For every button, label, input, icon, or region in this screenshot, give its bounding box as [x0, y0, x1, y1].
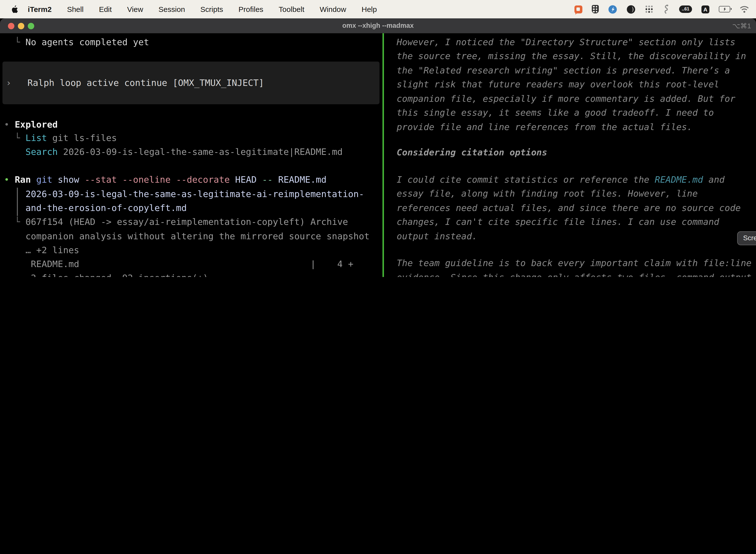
terminal-line: this single essay, it seems like a good …: [386, 106, 714, 120]
terminal-text-segment: [4, 147, 25, 157]
window-shortcut-hint: ⌥⌘1: [732, 18, 751, 33]
cycle-badge-61-icon[interactable]: ..61: [679, 5, 692, 13]
terminal-line: changes, I can't cite specific file line…: [386, 215, 719, 229]
terminal-text-segment: --: [257, 174, 273, 185]
terminal-text-segment: changes, I can't cite specific file line…: [386, 217, 719, 227]
terminal-line: provide file and line references from th…: [386, 120, 692, 134]
terminal-line: README.md | 4 +: [4, 258, 354, 272]
dragon-icon[interactable]: [663, 4, 670, 14]
apple-logo-icon: [10, 5, 18, 14]
terminal-text-segment: 2026-03-09-is-legal-the-same-as-legitima…: [4, 189, 364, 199]
menu-item-scripts[interactable]: Scripts: [200, 5, 223, 13]
terminal-text-segment: output instead.: [386, 231, 477, 241]
terminal-line: I could cite commit statistics or refere…: [386, 173, 725, 187]
terminal-text-segment: show: [52, 174, 79, 185]
terminal-line: • Ran git show --stat --oneline --decora…: [4, 173, 327, 187]
terminal-text-segment: 2 files changed, 92 insertions(+): [4, 273, 208, 277]
terminal-text-segment: git ls-files: [47, 133, 117, 143]
terminal-line: 2026-03-09-is-legal-the-same-as-legitima…: [4, 187, 364, 201]
terminal-text-segment: … +2 lines: [4, 245, 79, 255]
dots-grid-icon[interactable]: [645, 5, 653, 13]
terminal-line: • Explored: [4, 118, 58, 132]
ralph-loop-input[interactable]: › Ralph loop active continue [OMX_TMUX_I…: [2, 62, 379, 104]
terminal-line: └ List git ls-files: [4, 131, 117, 146]
terminal-line: slight risk that future readers may over…: [386, 78, 719, 92]
window-title-bar[interactable]: omx --xhigh --madmax ⌥⌘1: [0, 18, 756, 34]
terminal-text-segment: evidence. Since this change only affects…: [386, 272, 752, 277]
terminal-text-segment: essay file, along with finding root file…: [386, 188, 698, 199]
terminal-line: output instead.: [386, 229, 477, 243]
terminal-line: Considering citation options: [386, 146, 547, 160]
terminal-text-segment: README.md: [273, 174, 327, 185]
terminal-line: companion analysis without altering the …: [4, 229, 370, 243]
menu-item-toolbelt[interactable]: Toolbelt: [279, 5, 304, 13]
menu-item-session[interactable]: Session: [159, 5, 185, 13]
menu-bar: iTerm2ShellEditViewSessionScriptsProfile…: [0, 0, 756, 18]
tmux-left-pane[interactable]: └ No agents completed yet› Ralph loop ac…: [0, 33, 382, 277]
terminal-text-segment: [17, 77, 27, 88]
terminal-line: … +2 lines: [4, 243, 79, 258]
terminal-text-segment: references need actual files, and since …: [386, 203, 741, 213]
terminal-line: the source tree, missing the essay. Stil…: [386, 49, 746, 63]
terminal-text-segment: List: [25, 133, 47, 143]
terminal-text-segment: Considering citation options: [386, 147, 547, 158]
input-source-a-icon[interactable]: A: [701, 5, 709, 13]
terminal-text-segment: companion file, especially if more comme…: [386, 93, 736, 104]
terminal-text-segment: provide file and line references from th…: [386, 122, 692, 132]
screen: iTerm2ShellEditViewSessionScriptsProfile…: [0, 0, 756, 277]
terminal-text-segment: the "Related research writing" section i…: [386, 65, 730, 75]
terminal-text-segment: •: [4, 119, 15, 129]
terminal-text-segment: git: [31, 174, 52, 185]
menu-item-help[interactable]: Help: [362, 5, 377, 13]
terminal-line: The team guideline is to back every impo…: [386, 257, 752, 271]
terminal-line: essay file, along with finding root file…: [386, 187, 698, 201]
terminal-text-segment: 2026-03-09-is-legal-the-same-as-legitima…: [58, 147, 343, 157]
terminal-text-segment: and: [703, 174, 725, 185]
terminal-line: evidence. Since this change only affects…: [386, 271, 752, 277]
menu-status-icons: ..61 A: [574, 0, 749, 18]
terminal-text-segment: •: [4, 174, 15, 185]
wifi-icon[interactable]: [740, 6, 749, 13]
terminal-line: However, I noticed the "Directory Struct…: [386, 35, 736, 49]
terminal-text-segment: slight risk that future readers may over…: [386, 79, 719, 90]
terminal-text-segment: └: [4, 217, 25, 227]
terminal-text-segment: this single essay, it seems like a good …: [386, 107, 714, 118]
terminal-text-segment: 067f154 (HEAD -> essay/ai-reimplementati…: [25, 217, 348, 227]
terminal-line: └ No agents completed yet: [4, 35, 149, 49]
menu-item-iterm2[interactable]: iTerm2: [28, 5, 52, 13]
terminal-text-segment: Ran: [15, 174, 31, 185]
terminal-text-segment: ›: [6, 77, 17, 88]
terminal-line: └ 067f154 (HEAD -> essay/ai-reimplementa…: [4, 215, 348, 229]
menu-items: iTerm2ShellEditViewSessionScriptsProfile…: [28, 5, 377, 13]
terminal-line: companion file, especially if more comme…: [386, 92, 736, 106]
terminal-text-segment: README.md: [655, 174, 703, 185]
terminal-text-segment: Ralph loop active continue [OMX_TMUX_INJ…: [27, 77, 264, 88]
tmux-right-pane[interactable]: However, I noticed the "Directory Struct…: [384, 33, 756, 277]
terminal-text-segment: └: [4, 37, 25, 47]
grid-shield-icon[interactable]: [592, 5, 599, 13]
terminal-line: 2 files changed, 92 insertions(+): [4, 271, 208, 277]
stream-badge-icon[interactable]: [608, 5, 617, 14]
battery-icon[interactable]: [719, 6, 730, 12]
menu-item-view[interactable]: View: [127, 5, 143, 13]
menu-item-profiles[interactable]: Profiles: [239, 5, 263, 13]
terminal-text-segment: └: [4, 133, 25, 143]
terminal-text-segment: HEAD: [230, 174, 256, 185]
terminal-text-segment: Search: [25, 147, 58, 157]
terminal-line: Search 2026-03-09-is-legal-the-same-as-l…: [4, 145, 343, 159]
screen-edge-tooltip[interactable]: Scre: [737, 231, 756, 245]
crescent-app-icon[interactable]: [627, 5, 635, 14]
terminal-text-segment: and-the-erosion-of-copyleft.md: [4, 203, 187, 213]
terminal-text-segment: README.md | 4 +: [4, 259, 354, 269]
window-title: omx --xhigh --madmax: [0, 18, 756, 33]
menu-item-shell[interactable]: Shell: [67, 5, 83, 13]
terminal-area[interactable]: └ No agents completed yet› Ralph loop ac…: [0, 33, 756, 277]
terminal-text-segment: companion analysis without altering the …: [4, 231, 370, 241]
menu-item-window[interactable]: Window: [320, 5, 346, 13]
terminal-line: and-the-erosion-of-copyleft.md: [4, 201, 187, 215]
apple-logo-icon[interactable]: [10, 5, 18, 14]
terminal-text-segment: The team guideline is to back every impo…: [386, 258, 752, 268]
menu-item-edit[interactable]: Edit: [99, 5, 112, 13]
screenshot-chat-icon[interactable]: [574, 5, 582, 13]
terminal-line: the "Related research writing" section i…: [386, 63, 730, 78]
